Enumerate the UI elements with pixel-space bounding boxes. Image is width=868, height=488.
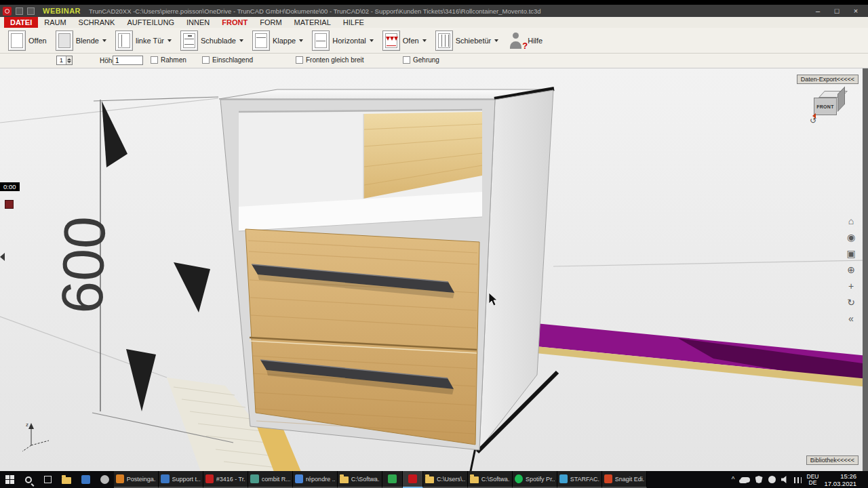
checkbox-gehrung[interactable]: Gehrung (403, 56, 439, 64)
tool-schublade[interactable]: Schublade (180, 30, 243, 51)
taskbar-app-truncad-active[interactable] (403, 471, 423, 488)
collapse-icon[interactable]: « (844, 310, 858, 327)
taskbar-app-software-folder-2[interactable]: C:\Softwa... (468, 471, 513, 488)
bibliothek-button[interactable]: Bibliothek<<<<< (806, 455, 859, 465)
checkbox-icon[interactable] (202, 56, 210, 64)
checkbox-icon[interactable] (151, 56, 158, 64)
nav-cube-front-face[interactable]: FRONT (814, 98, 837, 115)
count-spinner[interactable]: 1 (56, 56, 73, 65)
menu-front[interactable]: FRONT (216, 17, 254, 28)
menu-datei[interactable]: DATEI (4, 17, 38, 28)
tool-schiebetuer[interactable]: Schiebetür (435, 30, 499, 51)
viewport[interactable]: 600 (0, 68, 868, 471)
rotate-icon[interactable]: ↻ (844, 294, 858, 310)
dropdown-arrow-icon[interactable] (422, 39, 427, 42)
combit-app-icon (250, 474, 259, 483)
help-person-icon: ? (507, 30, 525, 51)
collapsed-panel-strip[interactable] (863, 68, 868, 472)
taskbar-app-repondre[interactable]: répondre ... (293, 471, 338, 488)
left-panel-collapse-icon[interactable] (0, 253, 5, 261)
tool-blende[interactable]: Blende (56, 30, 106, 51)
3d-scene[interactable]: 600 (0, 68, 868, 472)
folder-icon (425, 476, 434, 483)
options-bar: 1 Höhe Rahmen Einschlagend Fronten gleic… (0, 54, 868, 68)
open-front-icon (8, 30, 26, 51)
tray-expand-icon[interactable]: ^ (732, 476, 735, 483)
taskbar-app-spotify[interactable]: Spotify Pr... (513, 471, 557, 488)
pan-icon[interactable]: + (844, 278, 858, 294)
dropdown-arrow-icon[interactable] (494, 39, 498, 42)
taskbar-app-ticket-3416[interactable]: #3416 - Tr... (203, 471, 248, 488)
checkbox-einschlagend[interactable]: Einschlagend (202, 56, 253, 64)
checkbox-icon[interactable] (296, 56, 303, 64)
dimension-arrow-mid (174, 262, 210, 312)
tool-linke-tuer[interactable]: linke Tür (115, 30, 172, 51)
dropdown-arrow-icon[interactable] (299, 39, 303, 42)
hoehe-input[interactable] (113, 56, 143, 65)
tool-horizontal[interactable]: Horizontal (312, 30, 374, 51)
menu-aufteilung[interactable]: AUFTEILUNG (121, 17, 180, 28)
taskbar-app-green[interactable] (382, 471, 403, 488)
clock-time: 15:26 (824, 472, 856, 480)
close-button[interactable]: × (846, 5, 865, 17)
security-shield-icon[interactable] (755, 476, 763, 483)
tool-ofen[interactable]: Ofen (382, 30, 427, 51)
pinned-app-button[interactable] (76, 471, 95, 488)
document-icon (16, 7, 23, 15)
search-button[interactable] (19, 471, 38, 488)
checkbox-fronten-gleich-breit[interactable]: Fronten gleich breit (296, 56, 364, 64)
orbit-icon[interactable]: ◉ (844, 229, 858, 245)
dimension-arrow-top (102, 101, 127, 167)
task-view-button[interactable] (38, 471, 57, 488)
menu-innen[interactable]: INNEN (180, 17, 216, 28)
taskbar-app-support[interactable]: Support t... (159, 471, 203, 488)
pinned-browser-button[interactable] (95, 471, 114, 488)
minimize-button[interactable]: – (808, 5, 827, 17)
zoom-icon[interactable]: ⊕ (844, 262, 858, 278)
dropdown-arrow-icon[interactable] (102, 39, 106, 42)
tool-hilfe[interactable]: ? Hilfe (507, 30, 542, 51)
checkbox-icon[interactable] (403, 56, 410, 64)
taskbar-app-combit[interactable]: combit R... (248, 471, 293, 488)
reply-app-icon (295, 474, 303, 483)
webinar-badge: WEBINAR (43, 7, 81, 15)
maximize-button[interactable]: □ (827, 5, 846, 17)
menu-form[interactable]: FORM (254, 17, 288, 28)
taskbar-app-posteingang[interactable]: Posteinga... (114, 471, 159, 488)
recording-stop-icon (5, 200, 14, 209)
tool-offen[interactable]: Offen (8, 30, 47, 51)
network-icon[interactable] (794, 477, 802, 483)
dropdown-arrow-icon[interactable] (370, 39, 374, 42)
volume-icon[interactable] (781, 476, 789, 483)
folder-icon (470, 476, 479, 483)
zoom-window-icon[interactable]: ▣ (844, 245, 858, 262)
clock[interactable]: 15:26 17.03.2021 (824, 472, 856, 487)
menu-raum[interactable]: RAUM (38, 17, 72, 28)
daten-export-button[interactable]: Daten-Export<<<<< (797, 75, 859, 84)
menu-schrank[interactable]: SCHRANK (73, 17, 121, 28)
nav-cube[interactable]: FRONT ↺ (812, 90, 850, 124)
spinner-arrows-icon[interactable] (66, 56, 72, 64)
taskbar-app-users-folder[interactable]: C:\Users\... (423, 471, 468, 488)
tray-app-icon[interactable] (768, 476, 776, 483)
dropdown-arrow-icon[interactable] (167, 39, 172, 42)
menu-material[interactable]: MATERIAL (288, 17, 337, 28)
truncad-doc-icon (205, 474, 214, 483)
checkbox-rahmen[interactable]: Rahmen (151, 56, 186, 64)
menu-hilfe[interactable]: HILFE (337, 17, 370, 28)
start-button[interactable] (0, 471, 19, 488)
taskbar-app-software-folder[interactable]: C:\Softwa... (338, 471, 382, 488)
taskbar-app-snagit[interactable]: Snagit Edi... (602, 471, 647, 488)
file-explorer-button[interactable] (57, 471, 76, 488)
language-indicator[interactable]: DEU DE (807, 474, 819, 486)
axis-z-label: z (26, 422, 28, 428)
folder-icon (62, 477, 71, 484)
tool-klappe[interactable]: Klappe (252, 30, 303, 51)
dropdown-arrow-icon[interactable] (239, 39, 243, 42)
onedrive-cloud-icon[interactable] (741, 477, 750, 483)
home-icon[interactable]: ⌂ (844, 213, 858, 229)
cabinet[interactable] (219, 89, 557, 471)
oven-icon (382, 30, 400, 51)
drawer-front-wood[interactable] (245, 229, 479, 445)
taskbar-app-starface[interactable]: STARFAC... (557, 471, 602, 488)
